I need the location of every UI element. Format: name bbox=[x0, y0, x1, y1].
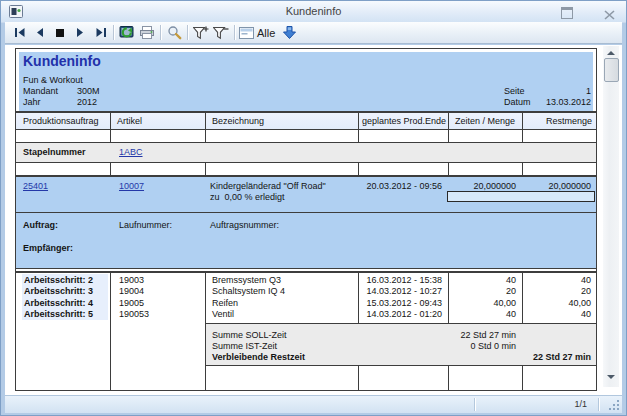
stop-button[interactable] bbox=[50, 24, 70, 42]
statusbar-separator bbox=[598, 398, 599, 411]
print-icon bbox=[139, 25, 155, 40]
produktionsauftrag-link[interactable]: 25401 bbox=[23, 181, 48, 191]
auftrag-label: Auftrag: bbox=[23, 220, 58, 230]
summary-ist-value: 0 Std 0 min bbox=[416, 341, 516, 351]
toolbar-separator bbox=[187, 25, 188, 40]
order-bezeichnung: Kindergeländerad "Off Road" bbox=[210, 181, 326, 191]
seite-label: Seite bbox=[504, 86, 525, 96]
jahr-label: Jahr bbox=[23, 97, 41, 107]
column-divider bbox=[522, 163, 523, 175]
column-header: Produktionsauftrag bbox=[23, 116, 99, 126]
column-header: Zeiten / Menge bbox=[448, 116, 522, 126]
vertical-scrollbar[interactable] bbox=[603, 46, 619, 387]
first-page-button[interactable] bbox=[10, 24, 30, 42]
scroll-up-icon[interactable] bbox=[607, 51, 615, 55]
column-header: Bezeichnung bbox=[212, 116, 264, 126]
column-divider bbox=[358, 111, 359, 129]
step-artikel: 19003 bbox=[119, 275, 144, 285]
stapelnummer-link[interactable]: 1ABC bbox=[119, 147, 143, 157]
mandant-label: Mandant bbox=[23, 86, 58, 96]
status-bar: 1/1 bbox=[5, 395, 622, 413]
column-divider bbox=[448, 366, 449, 390]
step-artikel: 190053 bbox=[119, 309, 149, 319]
order-divider-line bbox=[16, 212, 596, 213]
summary-rest-value: 22 Std 27 min bbox=[491, 352, 591, 362]
artikel-link[interactable]: 10007 bbox=[119, 181, 144, 191]
step-ende: 14.03.2012 - 10:27 bbox=[346, 286, 442, 296]
step-zeit: 40,00 bbox=[436, 298, 516, 308]
filter-remove-button[interactable] bbox=[211, 24, 231, 42]
step-ende: 15.03.2012 - 09:43 bbox=[346, 298, 442, 308]
close-icon bbox=[604, 10, 615, 20]
scrollbar-thumb[interactable] bbox=[604, 58, 619, 82]
step-zeit: 40 bbox=[436, 309, 516, 319]
step-artikel: 19004 bbox=[119, 286, 144, 296]
go-to-page-button[interactable] bbox=[279, 24, 299, 42]
order-prod-ende: 20.03.2012 - 09:56 bbox=[346, 181, 442, 191]
step-rest: 40 bbox=[511, 309, 591, 319]
print-button[interactable] bbox=[137, 24, 157, 42]
stapelnummer-band bbox=[16, 143, 596, 162]
column-divider bbox=[205, 111, 206, 129]
column-divider bbox=[448, 130, 449, 142]
close-button[interactable] bbox=[604, 6, 618, 18]
zoom-mode-button[interactable] bbox=[238, 24, 255, 42]
mandant-value: 300M bbox=[77, 86, 100, 96]
step-rest: 20 bbox=[511, 286, 591, 296]
table-line bbox=[16, 162, 596, 163]
restore-icon bbox=[561, 7, 573, 19]
seite-value: 1 bbox=[536, 86, 591, 96]
down-arrow-icon bbox=[282, 25, 297, 40]
page-indicator: 1/1 bbox=[557, 399, 587, 409]
company-name: Fun & Workout bbox=[23, 75, 83, 85]
datum-value: 13.03.2012 bbox=[536, 97, 591, 107]
step-rest: 40 bbox=[511, 275, 591, 285]
last-page-button[interactable] bbox=[90, 24, 110, 42]
scroll-down-icon[interactable] bbox=[607, 375, 615, 379]
title-bar: Kundeninfo bbox=[1, 1, 626, 23]
step-rest: 40,00 bbox=[511, 298, 591, 308]
step-bezeichnung: Ventil bbox=[212, 309, 234, 319]
order-erledigt: zu 0,00 % erledigt bbox=[210, 192, 285, 202]
step-zeit: 40 bbox=[436, 275, 516, 285]
zoom-level-label[interactable]: Alle bbox=[257, 27, 275, 39]
kundeninfo-window: Kundeninfo bbox=[0, 0, 627, 416]
toolbar-separator bbox=[113, 25, 114, 40]
filter-remove-icon bbox=[213, 26, 229, 40]
step-bezeichnung: Bremssystem Q3 bbox=[212, 275, 281, 285]
toolbar-separator bbox=[160, 25, 161, 40]
search-button[interactable] bbox=[164, 24, 184, 42]
summary-ist-label: Summe IST-Zeit bbox=[212, 341, 277, 351]
column-divider bbox=[522, 130, 523, 142]
table-line bbox=[205, 323, 596, 324]
stop-icon bbox=[56, 29, 64, 37]
resize-grip[interactable] bbox=[609, 400, 621, 412]
auftragsnummer-label: Auftragsnummer: bbox=[210, 220, 279, 230]
column-header: geplantes Prod.Ende bbox=[362, 116, 446, 126]
previous-page-icon bbox=[36, 28, 44, 37]
column-divider bbox=[205, 163, 206, 175]
previous-page-button[interactable] bbox=[30, 24, 50, 42]
step-label: Arbeitsschritt: 4 bbox=[24, 298, 93, 308]
column-divider bbox=[205, 130, 206, 142]
next-page-button[interactable] bbox=[70, 24, 90, 42]
filter-add-button[interactable] bbox=[191, 24, 211, 42]
column-divider bbox=[110, 130, 111, 142]
column-header: Artikel bbox=[117, 116, 142, 126]
step-ende: 14.03.2012 - 01:20 bbox=[346, 309, 442, 319]
laufnummer-label: Laufnummer: bbox=[119, 220, 172, 230]
next-page-icon bbox=[76, 28, 84, 37]
last-page-icon bbox=[95, 28, 106, 37]
step-ende: 16.03.2012 - 15:38 bbox=[346, 275, 442, 285]
first-page-icon bbox=[15, 28, 26, 37]
restore-button[interactable] bbox=[560, 6, 574, 18]
step-bezeichnung: Schaltsystem IQ 4 bbox=[212, 286, 285, 296]
empfaenger-label: Empfänger: bbox=[23, 243, 73, 253]
column-divider bbox=[358, 163, 359, 175]
toolbar-separator bbox=[234, 25, 235, 40]
export-button[interactable] bbox=[117, 24, 137, 42]
zoom-window-icon bbox=[239, 27, 254, 39]
column-divider bbox=[110, 273, 111, 390]
step-label: Arbeitsschritt: 2 bbox=[24, 275, 93, 285]
progress-bar bbox=[447, 191, 595, 202]
